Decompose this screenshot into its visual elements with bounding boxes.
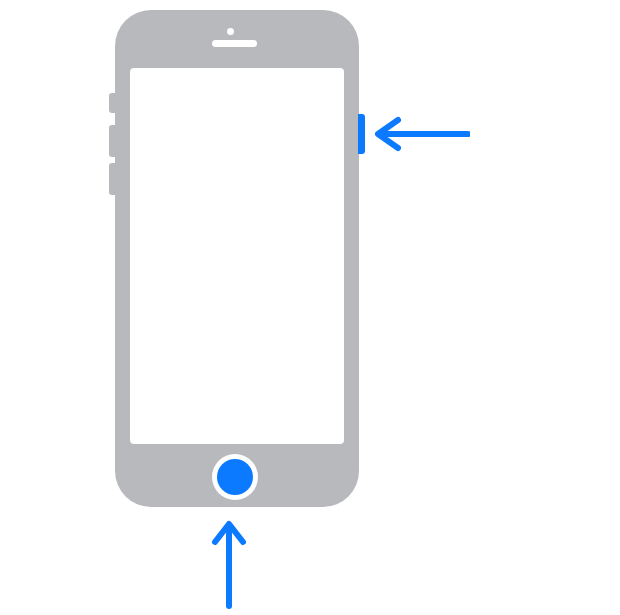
iphone-button-diagram [0, 0, 620, 615]
arrow-left-icon [370, 116, 470, 156]
phone-screen [130, 68, 344, 444]
side-button-highlight [358, 114, 365, 154]
home-button-highlight [217, 459, 253, 495]
arrow-up-icon [209, 516, 249, 610]
earpiece-speaker-icon [212, 40, 257, 47]
front-camera-icon [227, 28, 234, 35]
